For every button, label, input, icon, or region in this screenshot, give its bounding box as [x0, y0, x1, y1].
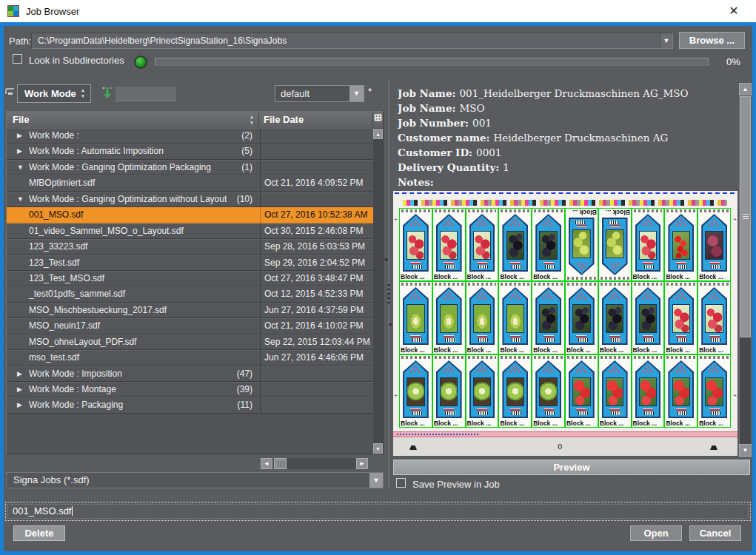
info-value: MSO [459, 102, 484, 114]
file-table-body: ▶ Work Mode : (2) ▶ Work Mode : Automati… [7, 128, 373, 414]
group-label: Work Mode : Montage [29, 384, 116, 394]
label-artwork [436, 360, 462, 418]
barcode [412, 265, 422, 269]
scroll-left-icon[interactable]: ◄ [261, 458, 272, 469]
table-row-file[interactable]: 001_MSO.sdf Oct 27, 2016 10:52:38 AM [7, 207, 373, 223]
cancel-button[interactable]: Cancel [689, 525, 741, 541]
table-row-file[interactable]: 123_33223.sdf Sep 28, 2016 5:03:53 PM [7, 239, 373, 255]
sort-arrows-icon[interactable]: ▲▼ [248, 114, 255, 126]
tree-structure-icon[interactable] [4, 87, 16, 96]
file-name: 123_Test_MSO.sdf [29, 273, 104, 283]
app-icon [7, 5, 19, 17]
fruit-photo [606, 377, 623, 407]
register-marks-strip [634, 283, 663, 286]
barcode [512, 411, 521, 415]
group-count: (39) [237, 382, 252, 397]
scroll-up-icon[interactable]: ▲ [373, 129, 383, 139]
group-label: Work Mode : Ganging Optimization without… [29, 194, 227, 204]
chevron-down-icon[interactable]: ▼ [349, 86, 364, 101]
save-preview-checkbox[interactable] [396, 478, 406, 488]
quick-filter-input[interactable] [115, 86, 177, 101]
table-row-file[interactable]: _test01pdfs_sammel.sdf Oct 12, 2015 4:52… [7, 286, 373, 302]
table-row-group[interactable]: ▼ Work Mode : Ganging Optimization witho… [7, 192, 373, 207]
browse-button[interactable]: Browse ... [679, 32, 745, 49]
sort-icon[interactable] [101, 86, 114, 99]
table-row-group[interactable]: ▶ Work Mode : Montage (39) [7, 382, 373, 397]
collapse-left-icon[interactable]: ◄ [383, 256, 389, 263]
cell-label: Block ... [434, 420, 458, 427]
table-row-file[interactable]: 01_video_Sammel_MSO_o_Layout.sdf Oct 30,… [7, 223, 373, 239]
file-date: Sep 22, 2015 12:03:44 PM [260, 334, 373, 349]
table-vertical-scrollbar[interactable] [373, 128, 383, 453]
table-row-group[interactable]: ▶ Work Mode : (2) [7, 128, 373, 144]
chevron-down-icon[interactable]: ▼ [660, 33, 672, 48]
chevron-down-icon[interactable]: ▼ [369, 473, 383, 488]
vertical-scroll-thumb[interactable] [740, 96, 751, 337]
row-date [260, 160, 373, 175]
label-artwork [635, 214, 661, 272]
expander-icon[interactable]: ▶ [17, 128, 26, 143]
table-row-file[interactable]: MSO_ohneLayout_PDF.sdf Sep 22, 2015 12:0… [7, 334, 373, 350]
scroll-down-icon[interactable]: ▼ [739, 444, 752, 457]
register-marks-strip [700, 283, 729, 286]
table-row-file[interactable]: 123_Test_MSO.sdf Oct 27, 2016 3:48:47 PM [7, 271, 373, 286]
expander-icon[interactable]: ▼ [17, 160, 26, 175]
table-row-group[interactable]: ▶ Work Mode : Automatic Imposition (5) [7, 144, 373, 159]
column-header-file-date[interactable]: File Date [260, 112, 373, 128]
close-icon[interactable]: ✕ [726, 4, 741, 18]
table-row-file[interactable]: MfBOptimiert.sdf Oct 21, 2016 4:09:52 PM [7, 175, 373, 191]
fruit-photo [440, 231, 458, 260]
sheet-info-strip [393, 431, 737, 437]
filename-value: 001_MSO.sdf [13, 505, 72, 517]
table-row-file[interactable]: MSO_neuin17.sdf Oct 21, 2016 4:10:02 PM [7, 318, 373, 334]
expander-icon[interactable]: ▼ [17, 192, 26, 206]
expander-icon[interactable]: ▶ [17, 366, 26, 381]
table-row-group[interactable]: ▶ Work Mode : Packaging (11) [7, 397, 373, 413]
splitter-grip[interactable] [387, 284, 390, 303]
path-label: Path: [9, 36, 31, 47]
cell-label: Block ... [666, 273, 690, 280]
file-type-filter-combobox[interactable]: Signa Jobs (*.sdf) ▼ [6, 472, 384, 488]
scroll-thumb-grip [743, 214, 749, 220]
cell-label: Block ... [572, 209, 597, 216]
filename-input[interactable]: 001_MSO.sdf [5, 502, 751, 521]
expander-icon[interactable]: ▶ [17, 397, 26, 412]
column-config-icon[interactable]: ⊞ [373, 112, 383, 128]
scroll-right-icon[interactable]: ► [356, 458, 368, 469]
delete-button[interactable]: Delete [13, 525, 65, 541]
open-button[interactable]: Open [630, 525, 682, 541]
register-marks-strip [634, 356, 663, 359]
table-row-file[interactable]: MSO_Mischbestueckung_2017.sdf Jun 27, 20… [7, 303, 373, 318]
fruit-photo [672, 231, 690, 260]
barcode [412, 411, 422, 415]
expander-icon[interactable]: ▶ [17, 144, 26, 158]
label-artwork [701, 214, 727, 272]
column-header-file[interactable]: File ▲▼ [7, 112, 259, 128]
scroll-down-icon[interactable]: ▼ [373, 443, 383, 454]
title-bar[interactable]: Job Browser ✕ [0, 0, 756, 22]
scroll-up-icon[interactable]: ▲ [739, 83, 752, 95]
table-row-file[interactable]: mso_test.sdf Jun 27, 2016 4:46:06 PM [7, 350, 373, 366]
fruit-photo [440, 377, 458, 407]
fruit-photo [705, 231, 723, 260]
register-marks-strip [534, 209, 563, 212]
label-artwork [469, 214, 495, 272]
table-row-file[interactable]: 123_Test.sdf Sep 29, 2016 2:04:52 PM [7, 255, 373, 271]
label-artwork [535, 287, 561, 345]
horizontal-scroll-thumb[interactable] [274, 458, 287, 469]
path-combobox[interactable]: C:\ProgramData\Heidelberg\PrinectSignaSt… [31, 33, 673, 49]
cell-label: Block ... [600, 346, 624, 354]
look-in-subdirectories-checkbox[interactable] [13, 54, 22, 64]
window-title: Job Browser [26, 6, 79, 17]
cell-label: Block ... [500, 346, 524, 354]
imposition-cell: Block ... [466, 208, 499, 281]
spinner-arrows-icon[interactable]: ▲▼ [79, 87, 87, 101]
expander-icon[interactable]: ▶ [17, 382, 26, 397]
table-row-group[interactable]: ▼ Work Mode : Ganging Optimization Packa… [7, 160, 373, 175]
table-row-group[interactable]: ▶ Work Mode : Imposition (47) [7, 366, 373, 382]
preset-combobox[interactable]: default ▼ [275, 85, 364, 102]
fruit-photo [539, 304, 557, 334]
job-preview-sheet: Block ... Block ... Bl [393, 191, 737, 456]
group-by-combobox[interactable]: Work Mode ▲▼ [17, 84, 91, 103]
preview-button[interactable]: Preview [393, 460, 750, 475]
